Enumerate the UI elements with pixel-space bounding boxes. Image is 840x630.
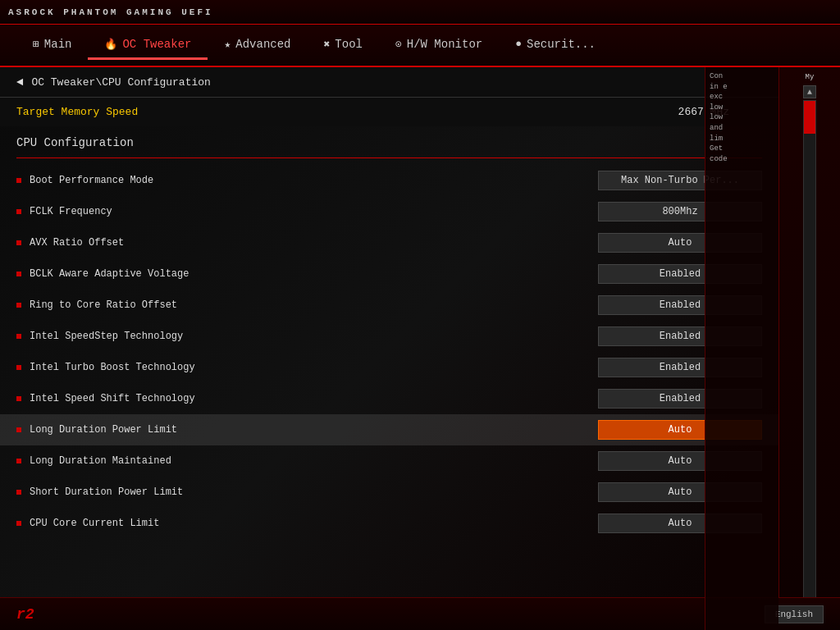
info-line-4: low: [710, 112, 774, 123]
setting-row-boot-perf[interactable]: Boot Performance ModeMax Non-Turbo Per..…: [0, 165, 778, 196]
setting-row-short-dur-power[interactable]: Short Duration Power LimitAuto: [0, 477, 778, 508]
nav-tab-main[interactable]: ⊞Main: [16, 31, 88, 60]
setting-name-speedstep: Intel SpeedStep Technology: [30, 331, 598, 342]
breadcrumb-back-arrow[interactable]: ◄: [16, 75, 23, 89]
setting-indicator-avx-ratio: [16, 240, 21, 245]
hw-monitor-tab-label: H/W Monitor: [407, 38, 482, 51]
advanced-tab-label: Advanced: [235, 38, 290, 51]
setting-row-cpu-core-current[interactable]: CPU Core Current LimitAuto: [0, 508, 778, 539]
setting-indicator-long-dur-power: [16, 427, 21, 432]
setting-row-bclk-voltage[interactable]: BCLK Aware Adaptive VoltageEnabled: [0, 258, 778, 290]
brand-logo: ASROCK PHANTOM GAMING UEFI: [8, 7, 213, 17]
info-line-5: and: [710, 123, 774, 134]
my-favorites-label: My: [806, 73, 815, 81]
tool-tab-icon: ✖: [324, 38, 331, 51]
main-tab-label: Main: [44, 38, 72, 51]
setting-row-avx-ratio[interactable]: AVX Ratio OffsetAuto: [0, 227, 778, 258]
nav-bar: ⊞Main🔥OC Tweaker★Advanced✖Tool⊙H/W Monit…: [0, 25, 840, 67]
setting-indicator-turbo-boost: [16, 365, 21, 370]
info-line-2: exc: [710, 92, 774, 103]
scrollbar-thumb[interactable]: [804, 101, 815, 134]
setting-name-cpu-core-current: CPU Core Current Limit: [30, 518, 598, 529]
setting-row-speed-shift[interactable]: Intel Speed Shift TechnologyEnabled: [0, 383, 778, 414]
scrollbar-up-button[interactable]: ▲: [803, 85, 816, 98]
nav-tab-oc-tweaker[interactable]: 🔥OC Tweaker: [88, 31, 208, 60]
setting-name-bclk-voltage: BCLK Aware Adaptive Voltage: [30, 268, 598, 280]
setting-indicator-long-dur-maint: [16, 459, 21, 463]
tool-tab-label: Tool: [335, 38, 363, 51]
setting-name-speed-shift: Intel Speed Shift Technology: [30, 393, 598, 404]
info-line-9: code: [710, 154, 774, 165]
setting-indicator-ring-core: [16, 303, 21, 308]
setting-row-long-dur-power[interactable]: Long Duration Power LimitAuto: [0, 414, 778, 445]
setting-name-short-dur-power: Short Duration Power Limit: [30, 486, 598, 498]
right-sidebar: My ▲ ▼: [778, 67, 840, 630]
security-tab-label: Securit...: [527, 38, 596, 51]
memory-speed-row: Target Memory Speed 2667 MHz: [0, 98, 778, 126]
setting-indicator-speedstep: [16, 334, 21, 339]
info-line-1: in e: [710, 82, 774, 93]
scrollbar-track[interactable]: [803, 100, 816, 615]
info-line-0: Con: [710, 71, 774, 82]
setting-indicator-short-dur-power: [16, 490, 21, 495]
nav-tab-tool[interactable]: ✖Tool: [308, 31, 379, 60]
breadcrumb-path: OC Tweaker\CPU Configuration: [31, 76, 210, 89]
nav-tab-hw-monitor[interactable]: ⊙H/W Monitor: [379, 31, 499, 60]
setting-name-avx-ratio: AVX Ratio Offset: [30, 237, 598, 249]
header-bar: ASROCK PHANTOM GAMING UEFI: [0, 0, 840, 25]
setting-row-fclk-freq[interactable]: FCLK Frequency800Mhz: [0, 196, 778, 227]
footer-logo: r2: [16, 606, 34, 623]
setting-indicator-cpu-core-current: [16, 521, 21, 526]
setting-row-turbo-boost[interactable]: Intel Turbo Boost TechnologyEnabled: [0, 352, 778, 383]
info-line-3: low: [710, 103, 774, 113]
setting-name-long-dur-maint: Long Duration Maintained: [30, 455, 598, 467]
info-line-8: Get: [710, 144, 774, 154]
oc-tweaker-tab-label: OC Tweaker: [122, 38, 191, 51]
main-tab-icon: ⊞: [33, 38, 39, 51]
setting-name-boot-perf: Boot Performance Mode: [30, 175, 598, 186]
setting-indicator-fclk-freq: [16, 209, 21, 214]
memory-speed-label: Target Memory Speed: [16, 106, 678, 118]
content-area: ◄ OC Tweaker\CPU Configuration Target Me…: [0, 67, 778, 630]
setting-row-speedstep[interactable]: Intel SpeedStep TechnologyEnabled: [0, 321, 778, 352]
nav-tab-advanced[interactable]: ★Advanced: [208, 31, 307, 60]
oc-tweaker-tab-icon: 🔥: [104, 38, 117, 51]
setting-indicator-bclk-voltage: [16, 272, 21, 276]
security-tab-icon: ●: [515, 38, 522, 50]
setting-name-fclk-freq: FCLK Frequency: [30, 206, 598, 217]
advanced-tab-icon: ★: [224, 38, 231, 51]
setting-name-ring-core: Ring to Core Ratio Offset: [30, 299, 598, 311]
setting-name-turbo-boost: Intel Turbo Boost Technology: [30, 362, 598, 373]
setting-row-long-dur-maint[interactable]: Long Duration MaintainedAuto: [0, 445, 778, 477]
section-divider: [16, 158, 762, 158]
info-panel: Conin eexclowlowandlimGetcode: [705, 67, 778, 630]
cpu-config-section-header: CPU Configuration: [0, 126, 778, 154]
setting-indicator-boot-perf: [16, 178, 21, 183]
info-line-6: lim: [710, 134, 774, 144]
setting-name-long-dur-power: Long Duration Power Limit: [30, 424, 598, 436]
breadcrumb: ◄ OC Tweaker\CPU Configuration: [0, 67, 778, 98]
nav-tab-security[interactable]: ●Securit...: [499, 31, 612, 60]
settings-list: Boot Performance ModeMax Non-Turbo Per..…: [0, 162, 778, 542]
hw-monitor-tab-icon: ⊙: [395, 38, 402, 51]
setting-indicator-speed-shift: [16, 396, 21, 401]
setting-row-ring-core[interactable]: Ring to Core Ratio OffsetEnabled: [0, 290, 778, 321]
